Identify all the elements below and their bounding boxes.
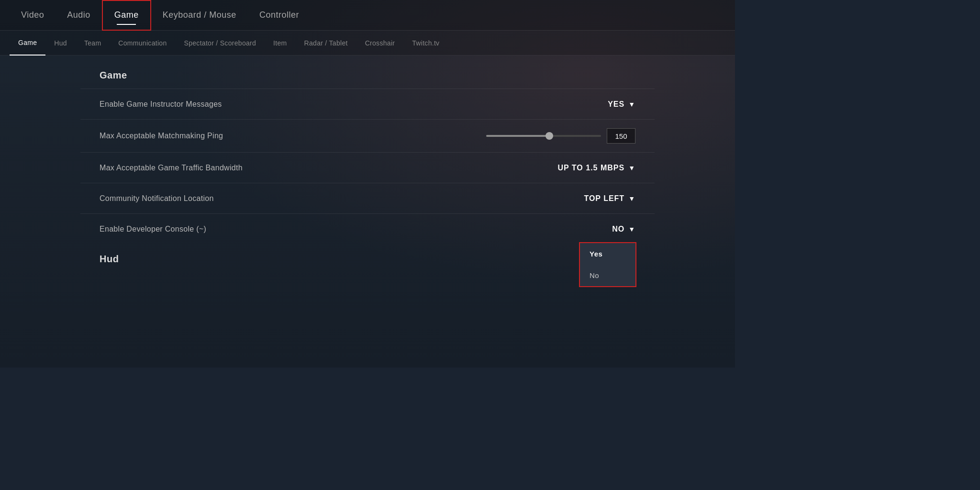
developer-console-control: NO ▼ — [612, 225, 635, 234]
setting-row-notification-location: Community Notification Location TOP LEFT… — [80, 183, 655, 213]
sub-nav: Game Hud Team Communication Spectator / … — [0, 31, 735, 56]
sub-nav-communication[interactable]: Communication — [110, 31, 175, 56]
notification-location-dropdown[interactable]: TOP LEFT ▼ — [584, 194, 635, 203]
ping-slider-thumb[interactable] — [546, 132, 553, 140]
ping-value-input[interactable]: 150 — [607, 128, 635, 144]
notification-location-control: TOP LEFT ▼ — [584, 194, 635, 203]
sub-nav-team[interactable]: Team — [76, 31, 110, 56]
sub-nav-radar-tablet[interactable]: Radar / Tablet — [296, 31, 356, 56]
sub-nav-game[interactable]: Game — [10, 31, 45, 56]
section-title-hud: Hud — [100, 254, 635, 265]
setting-row-developer-console: Enable Developer Console (~) NO ▼ Yes No — [80, 213, 655, 244]
instructor-messages-label: Enable Game Instructor Messages — [100, 100, 222, 109]
instructor-messages-dropdown[interactable]: YES ▼ — [608, 100, 635, 109]
matchmaking-ping-control: 150 — [486, 128, 635, 144]
sub-nav-twitchtv[interactable]: Twitch.tv — [403, 31, 448, 56]
hud-section: Hud — [80, 244, 655, 269]
dropdown-option-yes[interactable]: Yes — [580, 243, 635, 265]
setting-row-instructor-messages: Enable Game Instructor Messages YES ▼ — [80, 89, 655, 119]
developer-console-label: Enable Developer Console (~) — [100, 225, 206, 234]
top-nav-keyboard-mouse[interactable]: Keyboard / Mouse — [151, 0, 248, 31]
setting-row-bandwidth: Max Acceptable Game Traffic Bandwidth UP… — [80, 152, 655, 183]
notification-location-label: Community Notification Location — [100, 194, 214, 203]
sub-nav-item[interactable]: Item — [265, 31, 295, 56]
top-nav-audio[interactable]: Audio — [56, 0, 102, 31]
developer-console-popup: Yes No — [579, 242, 636, 287]
chevron-down-icon: ▼ — [628, 100, 635, 108]
ping-slider-track — [486, 135, 601, 137]
bandwidth-dropdown[interactable]: UP TO 1.5 MBPS ▼ — [557, 164, 635, 172]
sub-nav-spectator-scoreboard[interactable]: Spectator / Scoreboard — [176, 31, 265, 56]
dropdown-option-no[interactable]: No — [580, 265, 635, 286]
top-nav-controller[interactable]: Controller — [248, 0, 311, 31]
developer-console-dropdown[interactable]: NO ▼ — [612, 225, 635, 234]
sub-nav-crosshair[interactable]: Crosshair — [356, 31, 404, 56]
top-nav: Video Audio Game Keyboard / Mouse Contro… — [0, 0, 735, 31]
bandwidth-label: Max Acceptable Game Traffic Bandwidth — [100, 164, 243, 172]
instructor-messages-control: YES ▼ — [608, 100, 635, 109]
section-title-game: Game — [80, 70, 655, 89]
top-nav-video[interactable]: Video — [10, 0, 56, 31]
setting-row-matchmaking-ping: Max Acceptable Matchmaking Ping 150 — [80, 119, 655, 152]
chevron-down-icon: ▼ — [628, 225, 635, 233]
sub-nav-hud[interactable]: Hud — [45, 31, 76, 56]
top-nav-game[interactable]: Game — [102, 0, 151, 31]
bandwidth-control: UP TO 1.5 MBPS ▼ — [557, 164, 635, 172]
chevron-down-icon: ▼ — [628, 195, 635, 202]
main-content: Game Enable Game Instructor Messages YES… — [80, 56, 655, 284]
matchmaking-ping-label: Max Acceptable Matchmaking Ping — [100, 132, 223, 140]
ping-slider-fill — [486, 135, 549, 137]
chevron-down-icon: ▼ — [628, 164, 635, 172]
